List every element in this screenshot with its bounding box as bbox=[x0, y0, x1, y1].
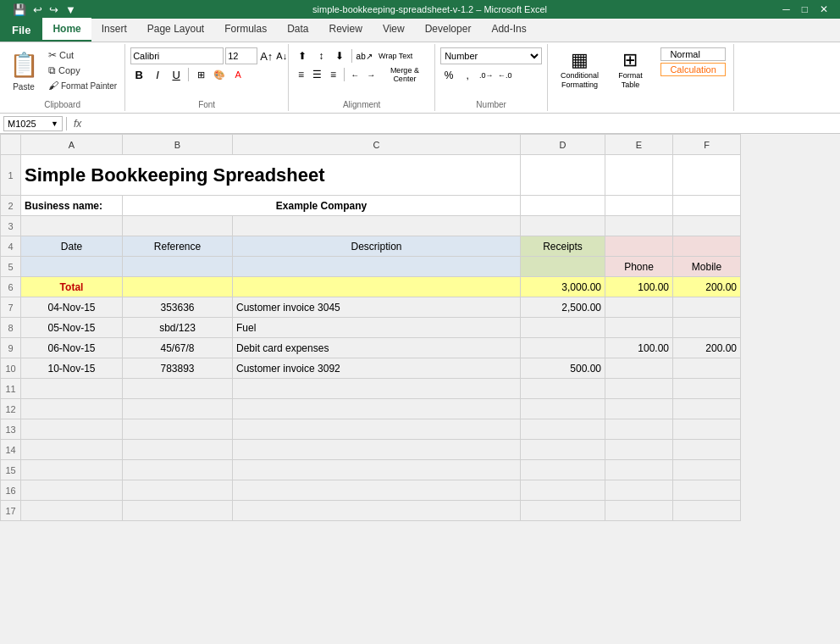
cell-b8[interactable]: sbd/123 bbox=[123, 318, 233, 338]
cell-e6-phone[interactable]: 100.00 bbox=[605, 277, 673, 297]
cell-b13[interactable] bbox=[123, 419, 233, 440]
percent-btn[interactable]: % bbox=[440, 67, 457, 84]
cell-a14[interactable] bbox=[21, 440, 123, 460]
merge-center-btn[interactable]: Merge & Center bbox=[380, 66, 429, 83]
row-num-16[interactable]: 16 bbox=[1, 480, 21, 501]
cell-f14[interactable] bbox=[673, 440, 741, 460]
cell-c14[interactable] bbox=[233, 440, 521, 460]
cell-c15[interactable] bbox=[233, 460, 521, 480]
tab-view[interactable]: View bbox=[373, 18, 415, 42]
col-header-c[interactable]: C bbox=[233, 135, 521, 155]
row-num-6[interactable]: 6 bbox=[1, 277, 21, 297]
cell-e7[interactable] bbox=[605, 297, 673, 318]
cell-b3[interactable] bbox=[123, 216, 233, 236]
align-top-btn[interactable]: ⬆ bbox=[294, 47, 311, 64]
cell-f1[interactable] bbox=[673, 155, 741, 196]
decrease-decimal-btn[interactable]: ←.0 bbox=[496, 67, 513, 84]
cell-b5[interactable] bbox=[123, 257, 233, 277]
conditional-formatting-btn[interactable]: ▦ Conditional Formatting bbox=[555, 47, 603, 92]
indent-dec-btn[interactable]: ← bbox=[348, 66, 362, 83]
cell-c16[interactable] bbox=[233, 480, 521, 501]
cell-d4-receipts[interactable]: Receipts bbox=[521, 236, 605, 257]
align-middle-btn[interactable]: ↕ bbox=[312, 47, 329, 64]
row-num-3[interactable]: 3 bbox=[1, 216, 21, 236]
align-left-btn[interactable]: ≡ bbox=[294, 66, 308, 83]
tab-page-layout[interactable]: Page Layout bbox=[137, 18, 214, 42]
cell-e11[interactable] bbox=[605, 379, 673, 399]
row-num-14[interactable]: 14 bbox=[1, 440, 21, 460]
cell-c7[interactable]: Customer invoice 3045 bbox=[233, 297, 521, 318]
tab-developer[interactable]: Developer bbox=[415, 18, 482, 42]
cell-f3[interactable] bbox=[673, 216, 741, 236]
cell-d14[interactable] bbox=[521, 440, 605, 460]
cell-d6-receipts[interactable]: 3,000.00 bbox=[521, 277, 605, 297]
row-num-11[interactable]: 11 bbox=[1, 379, 21, 399]
cell-e3[interactable] bbox=[605, 216, 673, 236]
align-bottom-btn[interactable]: ⬇ bbox=[331, 47, 348, 64]
cell-b2[interactable]: Example Company bbox=[123, 196, 521, 216]
cell-b12[interactable] bbox=[123, 399, 233, 419]
cell-f12[interactable] bbox=[673, 399, 741, 419]
cell-e8[interactable] bbox=[605, 318, 673, 338]
row-num-5[interactable]: 5 bbox=[1, 257, 21, 277]
cell-e5-phone[interactable]: Phone bbox=[605, 257, 673, 277]
cell-d12[interactable] bbox=[521, 399, 605, 419]
align-right-btn[interactable]: ≡ bbox=[326, 66, 340, 83]
underline-btn[interactable]: U bbox=[168, 66, 185, 83]
redo-icon[interactable]: ↪ bbox=[47, 3, 61, 17]
cell-a10[interactable]: 10-Nov-15 bbox=[21, 358, 123, 379]
row-num-9[interactable]: 9 bbox=[1, 338, 21, 358]
cell-ref-dropdown[interactable]: ▼ bbox=[51, 119, 58, 128]
decrease-font-btn[interactable]: A↓ bbox=[275, 47, 288, 64]
cell-c13[interactable] bbox=[233, 419, 521, 440]
cell-c4-description[interactable]: Description bbox=[233, 236, 521, 257]
comma-btn[interactable]: , bbox=[459, 67, 476, 84]
col-header-e[interactable]: E bbox=[605, 135, 673, 155]
cell-e14[interactable] bbox=[605, 440, 673, 460]
cell-c3[interactable] bbox=[233, 216, 521, 236]
style-calculation-btn[interactable]: Calculation bbox=[660, 63, 725, 76]
row-num-7[interactable]: 7 bbox=[1, 297, 21, 318]
cell-f8[interactable] bbox=[673, 318, 741, 338]
cell-a4-date[interactable]: Date bbox=[21, 236, 123, 257]
cell-e9[interactable]: 100.00 bbox=[605, 338, 673, 358]
cell-a5[interactable] bbox=[21, 257, 123, 277]
tab-home[interactable]: Home bbox=[42, 18, 91, 42]
col-header-a[interactable]: A bbox=[21, 135, 123, 155]
col-header-b[interactable]: B bbox=[123, 135, 233, 155]
cell-f9[interactable]: 200.00 bbox=[673, 338, 741, 358]
row-num-8[interactable]: 8 bbox=[1, 318, 21, 338]
cell-d16[interactable] bbox=[521, 480, 605, 501]
cell-c17[interactable] bbox=[233, 501, 521, 521]
cell-f6-mobile[interactable]: 200.00 bbox=[673, 277, 741, 297]
italic-btn[interactable]: I bbox=[149, 66, 166, 83]
cell-a15[interactable] bbox=[21, 460, 123, 480]
cell-c9[interactable]: Debit card expenses bbox=[233, 338, 521, 358]
cell-a11[interactable] bbox=[21, 379, 123, 399]
tab-formulas[interactable]: Formulas bbox=[214, 18, 277, 42]
format-painter-button[interactable]: 🖌 Format Painter bbox=[46, 78, 119, 93]
borders-btn[interactable]: ⊞ bbox=[192, 66, 209, 83]
cell-d9[interactable] bbox=[521, 338, 605, 358]
increase-decimal-btn[interactable]: .0→ bbox=[478, 67, 495, 84]
cell-a2[interactable]: Business name: bbox=[21, 196, 123, 216]
cell-f17[interactable] bbox=[673, 501, 741, 521]
maximize-btn[interactable]: □ bbox=[797, 2, 813, 17]
cell-e16[interactable] bbox=[605, 480, 673, 501]
cell-e13[interactable] bbox=[605, 419, 673, 440]
fill-color-btn[interactable]: 🎨 bbox=[211, 66, 228, 83]
cell-e2[interactable] bbox=[605, 196, 673, 216]
cell-c8[interactable]: Fuel bbox=[233, 318, 521, 338]
col-header-f[interactable]: F bbox=[673, 135, 741, 155]
row-num-17[interactable]: 17 bbox=[1, 501, 21, 521]
row-num-15[interactable]: 15 bbox=[1, 460, 21, 480]
cell-a6-total[interactable]: Total bbox=[21, 277, 123, 297]
cell-f15[interactable] bbox=[673, 460, 741, 480]
cell-c10[interactable]: Customer invoice 3092 bbox=[233, 358, 521, 379]
format-table-btn[interactable]: ⊞ Format Table bbox=[606, 47, 654, 92]
cell-d2[interactable] bbox=[521, 196, 605, 216]
indent-inc-btn[interactable]: → bbox=[364, 66, 379, 83]
cell-e4-phone[interactable] bbox=[605, 236, 673, 257]
cell-a17[interactable] bbox=[21, 501, 123, 521]
cell-b7[interactable]: 353636 bbox=[123, 297, 233, 318]
